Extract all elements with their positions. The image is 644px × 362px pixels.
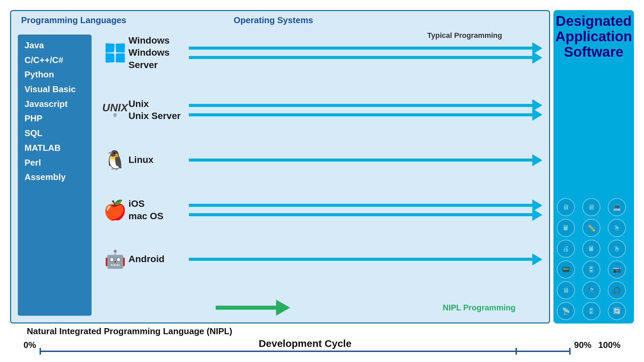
- app-icon-9: 🖱: [608, 240, 626, 258]
- app-icon-17: 🎛: [582, 302, 600, 320]
- nipl-programming-label: NIPL Programming: [443, 303, 516, 312]
- os-android: Android: [128, 253, 189, 265]
- app-icon-3: 💻: [608, 198, 626, 216]
- os-unix-server: Unix Server: [128, 110, 189, 122]
- app-icon-5: ✏️: [582, 219, 600, 237]
- nipl-arrow-container: [216, 300, 290, 316]
- os-windows-server: Windows Server: [128, 47, 189, 71]
- os-windows: Windows: [128, 35, 189, 47]
- os-macos: mac OS: [128, 210, 189, 222]
- lang-java: Java: [24, 39, 85, 52]
- unix-arrows: [189, 101, 542, 119]
- app-icon-8: 🖩: [582, 240, 600, 258]
- lang-sql: SQL: [24, 127, 85, 140]
- cycle-title: Development Cycle: [40, 338, 571, 349]
- app-icon-7: 🖨: [557, 240, 575, 258]
- app-icon-2: 🖥: [582, 198, 600, 216]
- unix-registered: ®: [113, 113, 117, 118]
- lang-perl: Perl: [24, 157, 85, 169]
- icon-grid: 🖥 🖥 💻 🖩 ✏️ 🖱 🖨 🖩 🖱 📟 🎛 📷 🖥 🔭 🎧: [557, 198, 631, 320]
- cycle-line: [40, 351, 571, 352]
- windows-text-area: Windows Windows Server: [128, 35, 189, 71]
- linux-arrows: [189, 156, 542, 164]
- unix-icon: UNIX: [102, 102, 128, 113]
- lang-vb: Visual Basic: [24, 83, 85, 96]
- dev-cycle-row: 0% Development Cycle 90% 100%: [17, 338, 627, 352]
- arrow-apple-1: [189, 201, 542, 209]
- lang-matlab: MATLAB: [24, 142, 85, 155]
- arrow-apple-2: [189, 211, 542, 219]
- linux-icon-area: 🐧: [102, 149, 128, 171]
- cycle-100: 100%: [598, 340, 621, 350]
- android-icon-area: 🤖: [102, 249, 128, 269]
- nipl-row: NIPL Programming: [102, 300, 542, 316]
- app-icon-10: 📟: [557, 260, 575, 279]
- cycle-tick-90: [516, 348, 517, 355]
- outer-box: Programming Languages Operating Systems …: [10, 10, 550, 323]
- cycle-tick-start: [40, 348, 41, 355]
- app-icon-15: 🎧: [608, 281, 626, 299]
- cycle-start: 0%: [23, 340, 36, 350]
- android-arrows: [189, 255, 542, 263]
- os-linux: Linux: [128, 154, 189, 166]
- android-icon: 🤖: [104, 249, 126, 269]
- linux-text-area: Linux: [128, 154, 189, 166]
- os-ios: iOS: [128, 198, 189, 210]
- designated-title: Designated Application Software: [555, 13, 632, 60]
- arrow-android-1: [189, 255, 542, 263]
- lang-panel: Java C/C++/C# Python Visual Basic Javasc…: [18, 35, 92, 316]
- designated-box: Designated Application Software 🖥 🖥 💻 🖩 …: [553, 10, 634, 323]
- cycle-bar-container: Development Cycle: [36, 338, 574, 352]
- lang-js: Javascript: [24, 98, 85, 111]
- nipl-arrow-shaft: [216, 306, 276, 310]
- main-container: Programming Languages Operating Systems …: [10, 10, 634, 352]
- linux-icon: 🐧: [103, 149, 127, 171]
- app-icon-4: 🖩: [557, 219, 575, 237]
- windows-icon: [106, 44, 124, 62]
- diagram-area: Programming Languages Operating Systems …: [10, 10, 634, 323]
- app-icon-6: 🖱: [608, 219, 626, 237]
- nipl-arrow-head: [276, 300, 290, 316]
- apple-icon-area: 🍎: [102, 199, 128, 221]
- apple-text-area: iOS mac OS: [128, 198, 189, 222]
- app-icon-1: 🖥: [557, 198, 575, 216]
- lang-python: Python: [24, 68, 85, 81]
- arrow-unix-1: [189, 101, 542, 109]
- os-unix: Unix: [128, 98, 189, 110]
- os-row-apple: 🍎 iOS mac OS: [102, 198, 542, 222]
- bottom-section: Natural Integrated Programming Language …: [10, 323, 634, 352]
- lang-php: PHP: [24, 112, 85, 125]
- apple-arrows: [189, 201, 542, 219]
- app-icon-12: 📷: [608, 260, 626, 279]
- arrow-unix-2: [189, 111, 542, 119]
- unix-icon-area: UNIX ®: [102, 102, 128, 118]
- android-text-area: Android: [128, 253, 189, 265]
- app-icon-11: 🎛: [582, 260, 600, 279]
- app-icon-16: 📡: [557, 302, 575, 320]
- os-panel: Typical Programming Windows Windows Se: [92, 35, 542, 316]
- unix-text-area: Unix Unix Server: [128, 98, 189, 122]
- apple-icon: 🍎: [103, 199, 127, 221]
- outer-box-title-row: Programming Languages Operating Systems: [21, 15, 313, 25]
- os-row-unix: UNIX ® Unix Unix Server: [102, 98, 542, 122]
- lang-c: C/C++/C#: [24, 54, 85, 67]
- prog-lang-heading: Programming Languages: [21, 15, 126, 25]
- windows-arrows: [189, 44, 542, 62]
- app-icon-13: 🖥: [557, 281, 575, 299]
- windows-icon-area: [102, 44, 128, 62]
- lang-assembly: Assembly: [24, 171, 85, 184]
- os-row-linux: 🐧 Linux: [102, 149, 542, 171]
- arrow-windows-1: [189, 44, 542, 52]
- arrow-linux-1: [189, 156, 542, 164]
- os-heading: Operating Systems: [234, 15, 313, 25]
- typical-programming-label: Typical Programming: [427, 31, 502, 40]
- cycle-90: 90%: [574, 340, 591, 350]
- nipl-full-label: Natural Integrated Programming Language …: [27, 326, 627, 337]
- cycle-tick-100: [569, 348, 571, 355]
- os-row-windows: Windows Windows Server: [102, 35, 542, 71]
- app-icon-18: 🔄: [608, 302, 626, 320]
- arrow-windows-2: [189, 54, 542, 62]
- app-icon-14: 🔭: [582, 281, 600, 299]
- os-row-android: 🤖 Android: [102, 249, 542, 269]
